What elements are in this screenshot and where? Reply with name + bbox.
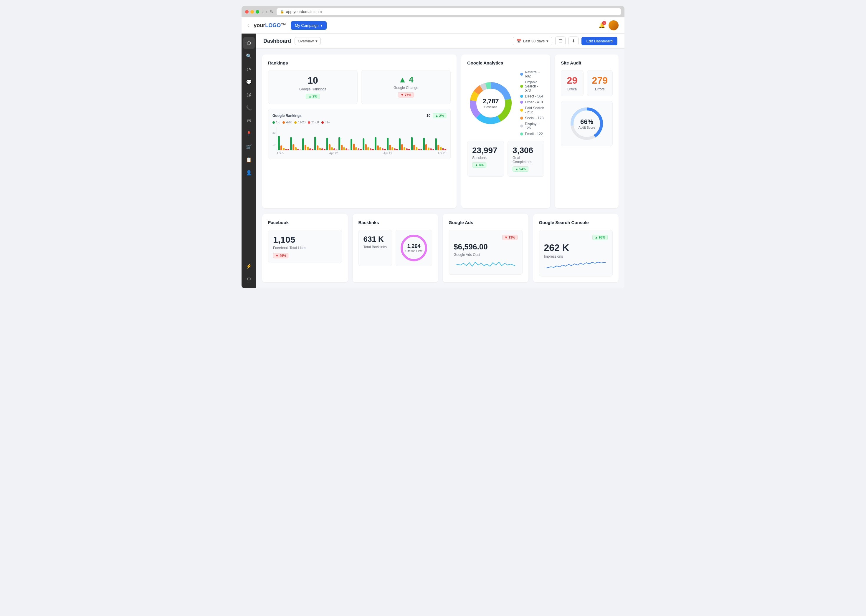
cart-icon: 🛒 bbox=[246, 144, 252, 149]
google-change-mini: ▲ 4 Google Change ▼ 77% bbox=[361, 70, 451, 104]
bar-14 bbox=[435, 127, 446, 150]
analytics-bottom-stats: 23,997 Sessions ▲ 4% 3,306 Goal Completi… bbox=[467, 141, 544, 177]
url-bar[interactable]: 🔒 app.yourdomain.com bbox=[277, 8, 621, 15]
avatar[interactable] bbox=[609, 20, 619, 30]
sidebar: ⬡ 🔍 ◔ 💬 @ 📞 ✉ 📍 🛒 bbox=[241, 33, 256, 288]
close-dot[interactable] bbox=[245, 10, 249, 14]
lock-icon: 🔒 bbox=[280, 10, 284, 14]
facebook-likes-value: 1,105 bbox=[273, 235, 337, 245]
sidebar-item-chat[interactable]: 💬 bbox=[243, 76, 255, 88]
legend-direct: Direct - 564 bbox=[520, 94, 544, 98]
analytics-donut-section: 2,787 Sessions Referral - 602 O bbox=[467, 70, 544, 136]
logo: yourLOGO™ bbox=[254, 22, 286, 28]
pie-chart-icon: ◔ bbox=[247, 66, 251, 72]
bar-1 bbox=[278, 127, 289, 150]
report-icon: 📋 bbox=[246, 157, 252, 163]
google-rankings-badge: ▲ 2% bbox=[306, 94, 320, 99]
donut-label: Sessions bbox=[482, 105, 499, 108]
date-range-button[interactable]: 📅 Last 30 days ▾ bbox=[513, 37, 553, 46]
total-backlinks-label: Total Backlinks bbox=[364, 245, 387, 249]
total-backlinks-stat: 631 K Total Backlinks bbox=[359, 230, 392, 266]
sessions-stat-value: 23,997 bbox=[472, 146, 499, 155]
google-rankings-label: Google Rankings bbox=[273, 87, 353, 91]
rankings-card-title: Rankings bbox=[268, 60, 451, 65]
direct-label: Direct - 564 bbox=[525, 94, 543, 98]
bar-4 bbox=[314, 127, 326, 150]
legend-1-3-dot bbox=[272, 121, 275, 124]
bar-7 bbox=[351, 127, 362, 150]
sidebar-item-settings[interactable]: ⚙ bbox=[243, 273, 255, 285]
date-range-label: Last 30 days bbox=[523, 39, 545, 43]
google-ads-cost-label: Google Ads Cost bbox=[453, 253, 518, 257]
campaign-button[interactable]: My Campaign ▾ bbox=[291, 21, 326, 30]
back-btn[interactable]: ‹ bbox=[262, 9, 264, 14]
nav-back-btn[interactable]: ‹ bbox=[247, 23, 249, 28]
legend-21-50: 21-50 bbox=[308, 121, 319, 124]
bolt-icon: ⚡ bbox=[246, 263, 252, 269]
users-icon: 👤 bbox=[246, 170, 252, 176]
browser-dots bbox=[245, 10, 259, 14]
analytics-card-title: Google Analytics bbox=[467, 60, 544, 65]
legend-51-plus-dot bbox=[321, 121, 324, 124]
top-nav: ‹ yourLOGO™ My Campaign ▾ 🔔 1 bbox=[241, 17, 625, 33]
campaign-chevron-icon: ▾ bbox=[320, 23, 323, 28]
audit-card-title: Site Audit bbox=[561, 60, 612, 65]
menu-button[interactable]: ☰ bbox=[555, 36, 565, 46]
citation-label: Citation Flow bbox=[405, 250, 422, 253]
sidebar-item-phone[interactable]: 📞 bbox=[243, 102, 255, 114]
overview-label: Overview bbox=[298, 39, 314, 43]
backlinks-content: 631 K Total Backlinks 1,264 Citation Flo… bbox=[359, 230, 432, 266]
dashboard-header-right: 📅 Last 30 days ▾ ☰ ⬇ Edit Dashboard bbox=[513, 36, 617, 46]
download-button[interactable]: ⬇ bbox=[568, 36, 578, 46]
dashboard-icon: ⬡ bbox=[247, 40, 251, 46]
dashboard-header-left: Dashboard Overview ▾ bbox=[263, 37, 321, 45]
sidebar-item-users[interactable]: 👤 bbox=[243, 167, 255, 178]
bar-3 bbox=[302, 127, 313, 150]
notification-icon[interactable]: 🔔 1 bbox=[598, 22, 605, 28]
other-label: Other - 410 bbox=[525, 100, 543, 104]
legend-4-10: 4-10 bbox=[282, 121, 292, 124]
sidebar-item-dashboard[interactable]: ⬡ bbox=[243, 37, 255, 49]
facebook-change-badge: ▼ 49% bbox=[273, 253, 288, 258]
sidebar-item-ecommerce[interactable]: 🛒 bbox=[243, 141, 255, 152]
maximize-dot[interactable] bbox=[256, 10, 259, 14]
sidebar-item-mentions[interactable]: @ bbox=[243, 89, 255, 101]
total-backlinks-value: 631 K bbox=[364, 235, 387, 244]
bar-chart-area: Apr 5 Apr 12 Apr 19 Apr 26 bbox=[277, 127, 446, 155]
legend-4-10-dot bbox=[282, 121, 285, 124]
page-title: Dashboard bbox=[263, 38, 291, 44]
sidebar-item-integrations[interactable]: ⚡ bbox=[243, 260, 255, 272]
goal-completions-label: Goal Completions bbox=[513, 156, 539, 164]
sidebar-item-analytics[interactable]: ◔ bbox=[243, 63, 255, 75]
legend-paid: Paid Search - 212 bbox=[520, 106, 544, 114]
bottom-section: Facebook 1,105 Facebook Total Likes ▼ 49… bbox=[256, 214, 625, 288]
phone-icon: 📞 bbox=[246, 105, 252, 111]
google-ads-change-badge: ▼ 13% bbox=[502, 235, 518, 240]
minimize-dot[interactable] bbox=[250, 10, 254, 14]
legend-display: Display - 126 bbox=[520, 122, 544, 130]
sidebar-item-search[interactable]: 🔍 bbox=[243, 50, 255, 62]
sidebar-item-reports[interactable]: 📋 bbox=[243, 154, 255, 165]
errors-label: Errors bbox=[592, 87, 608, 91]
goal-change-badge: ▲ 54% bbox=[513, 167, 528, 172]
reload-btn[interactable]: ↻ bbox=[270, 9, 274, 14]
backlinks-card-title: Backlinks bbox=[359, 220, 432, 225]
google-ads-title: Google Ads bbox=[449, 220, 523, 225]
legend-social: Social - 178 bbox=[520, 116, 544, 120]
sidebar-item-mail[interactable]: ✉ bbox=[243, 115, 255, 127]
settings-icon: ⚙ bbox=[247, 276, 251, 282]
sidebar-item-location[interactable]: 📍 bbox=[243, 128, 255, 140]
overview-select[interactable]: Overview ▾ bbox=[294, 37, 321, 45]
legend-1-3: 1-3 bbox=[272, 121, 280, 124]
bar-13 bbox=[423, 127, 434, 150]
bar-10 bbox=[387, 127, 398, 150]
chart-legend: 1-3 4-10 11-20 bbox=[272, 121, 446, 124]
email-label: Email - 122 bbox=[525, 132, 543, 136]
bar-2 bbox=[290, 127, 301, 150]
edit-dashboard-button[interactable]: Edit Dashboard bbox=[581, 37, 617, 46]
forward-btn[interactable]: › bbox=[266, 9, 268, 14]
bar-11 bbox=[399, 127, 410, 150]
at-icon: @ bbox=[247, 92, 251, 97]
audit-top-stats: 29 Critical 279 Errors bbox=[561, 70, 612, 96]
chart-value: 10 bbox=[427, 114, 430, 118]
